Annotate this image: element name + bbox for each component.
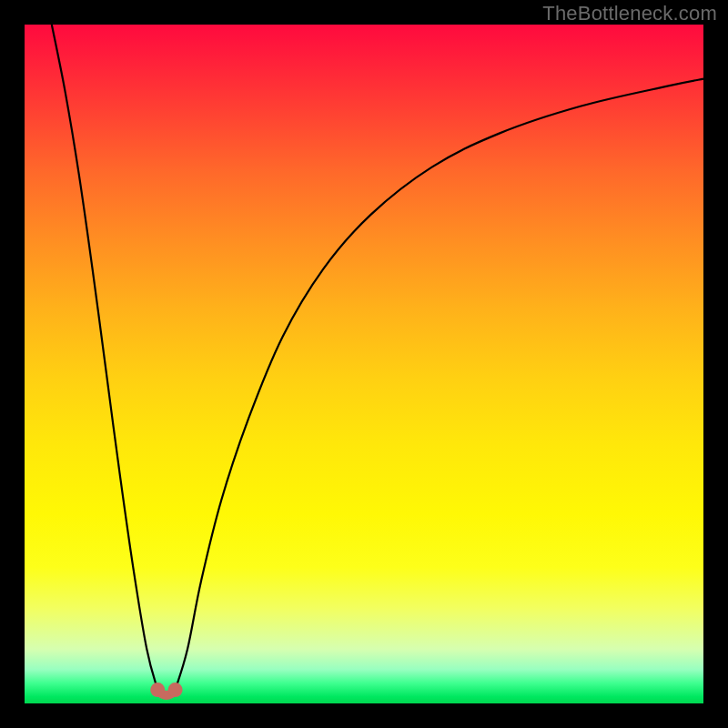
curve-endpoint-right-dot [168, 682, 183, 697]
curve-endpoint-left-dot [150, 682, 165, 697]
chart-plot-area [25, 25, 703, 703]
curve-right-branch [176, 79, 703, 690]
chart-frame: TheBottleneck.com [0, 0, 728, 728]
chart-svg [25, 25, 703, 703]
watermark-text: TheBottleneck.com [542, 2, 717, 25]
curve-left-branch [52, 25, 157, 690]
